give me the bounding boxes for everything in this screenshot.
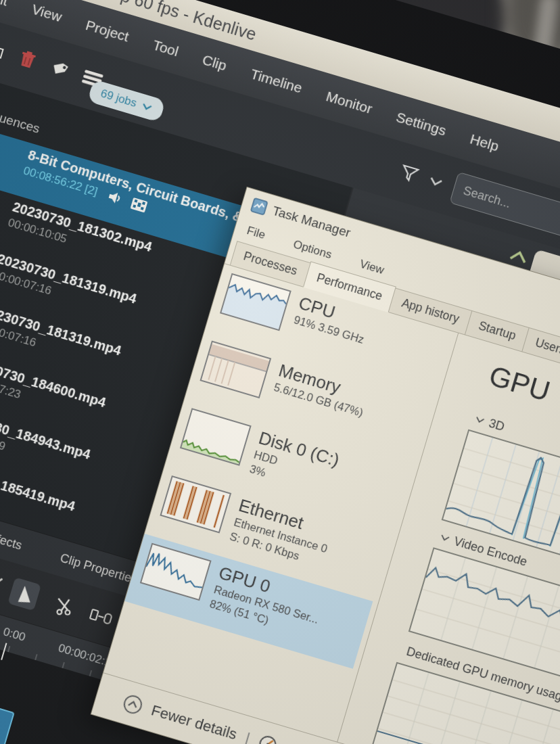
gpu-heading: GPU <box>486 359 554 408</box>
collapse-circle-icon[interactable] <box>120 691 145 716</box>
menu-tool[interactable]: Tool <box>151 37 181 60</box>
menu-edit[interactable]: Edit <box>0 0 10 9</box>
filter-funnel-icon[interactable] <box>398 164 420 184</box>
menu-view[interactable]: View <box>30 1 64 25</box>
footer-divider: | <box>243 728 252 744</box>
gpu-sparkline <box>140 543 212 601</box>
tag-icon[interactable] <box>47 58 70 83</box>
ruler-label: 0:00 <box>1 625 26 645</box>
razor-scissors-icon[interactable] <box>53 596 74 615</box>
audio-speaker-icon <box>107 190 123 206</box>
tm-menu-file[interactable]: File <box>246 224 267 242</box>
menu-clip[interactable]: Clip <box>200 51 229 74</box>
menu-settings[interactable]: Settings <box>394 109 448 139</box>
resource-monitor-icon[interactable] <box>256 733 280 744</box>
tm-menu-view[interactable]: View <box>358 258 386 278</box>
cpu-sparkline <box>220 273 291 331</box>
photo-of-monitor: p 60 fps - Kdenlive Edit View Project To… <box>0 0 560 744</box>
menu-help[interactable]: Help <box>468 131 500 154</box>
track-tool-icon[interactable] <box>0 578 3 592</box>
add-clip-icon[interactable] <box>0 39 7 63</box>
memory-composition-thumbnail <box>200 341 271 399</box>
pointer-icon <box>18 585 31 602</box>
jobs-count-label: 69 jobs <box>99 87 138 110</box>
menu-timeline[interactable]: Timeline <box>249 66 304 96</box>
tab-effects[interactable]: Effects <box>0 529 24 553</box>
section-label-3d: 3D <box>487 416 506 434</box>
disk-sparkline <box>180 408 252 466</box>
selection-tool-button[interactable] <box>7 577 41 611</box>
bin-header: Sequences <box>0 104 41 137</box>
spacer-tool-icon[interactable] <box>89 607 113 626</box>
ethernet-activity-thumbnail <box>160 475 231 534</box>
delete-icon[interactable] <box>16 49 38 74</box>
caret-up-icon[interactable] <box>507 247 530 266</box>
menu-project[interactable]: Project <box>84 17 131 45</box>
video-film-icon <box>131 197 148 213</box>
menu-monitor[interactable]: Monitor <box>324 88 374 117</box>
task-manager-app-icon <box>250 197 269 216</box>
chevron-down-icon <box>141 102 153 112</box>
chevron-down-icon[interactable] <box>440 534 450 542</box>
chevron-down-icon[interactable] <box>475 416 485 424</box>
chevron-down-icon[interactable] <box>428 176 444 188</box>
